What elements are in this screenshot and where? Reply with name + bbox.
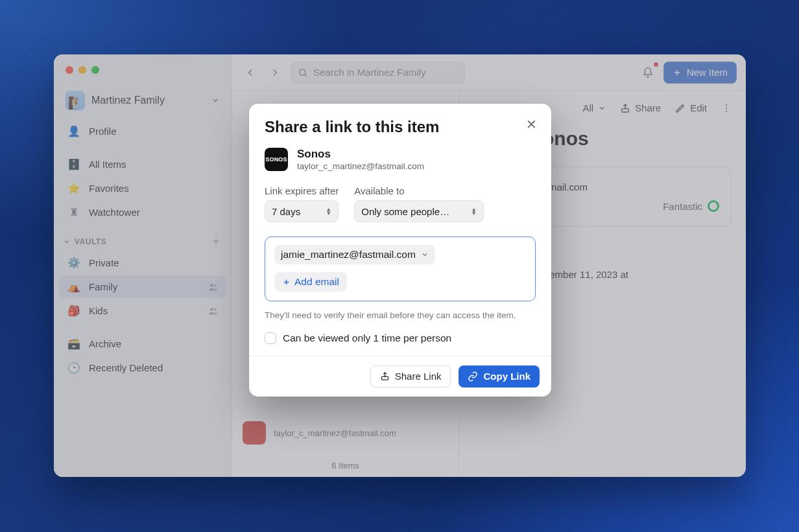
- stepper-icon: ▲▼: [471, 207, 477, 215]
- view-once-row[interactable]: Can be viewed only 1 time per person: [265, 332, 536, 344]
- share-icon: [380, 371, 390, 381]
- item-logo: SONOS: [265, 148, 288, 171]
- share-link-modal: ✕ Share a link to this item SONOS Sonos …: [249, 104, 551, 397]
- available-label: Available to: [354, 185, 484, 196]
- stepper-icon: ▲▼: [326, 207, 331, 215]
- modal-item-email: taylor_c_martinez@fastmail.com: [297, 161, 424, 171]
- copy-link-label: Copy Link: [483, 371, 531, 382]
- help-text: They'll need to verify their email befor…: [265, 309, 536, 322]
- expires-select[interactable]: 7 days ▲▼: [265, 200, 339, 222]
- share-link-button[interactable]: Share Link: [370, 365, 451, 387]
- add-email-label: Add email: [294, 276, 339, 288]
- recipient-email: jamie_martinez@fastmail.com: [281, 249, 416, 260]
- modal-title: Share a link to this item: [265, 118, 536, 136]
- view-once-label: Can be viewed only 1 time per person: [283, 332, 451, 344]
- recipients-box[interactable]: jamie_martinez@fastmail.com Add email: [265, 237, 536, 301]
- view-once-checkbox[interactable]: [265, 332, 276, 344]
- app-window: 🧗 Martinez Family 👤 Profile 🗄️ All Items…: [54, 54, 746, 477]
- modal-item-summary: SONOS Sonos taylor_c_martinez@fastmail.c…: [265, 148, 536, 171]
- chevron-down-icon: [421, 251, 429, 259]
- expires-value: 7 days: [272, 206, 300, 217]
- available-select[interactable]: Only some people… ▲▼: [354, 200, 484, 222]
- available-value: Only some people…: [361, 206, 449, 217]
- modal-item-name: Sonos: [297, 148, 424, 161]
- modal-footer: Share Link Copy Link: [249, 356, 551, 397]
- recipient-chip[interactable]: jamie_martinez@fastmail.com: [274, 245, 435, 264]
- link-icon: [468, 371, 478, 382]
- expires-label: Link expires after: [265, 185, 339, 196]
- plus-icon: [282, 278, 291, 286]
- copy-link-button[interactable]: Copy Link: [459, 365, 540, 387]
- add-email-button[interactable]: Add email: [274, 272, 347, 292]
- share-link-label: Share Link: [395, 371, 442, 382]
- close-modal-button[interactable]: ✕: [523, 115, 540, 133]
